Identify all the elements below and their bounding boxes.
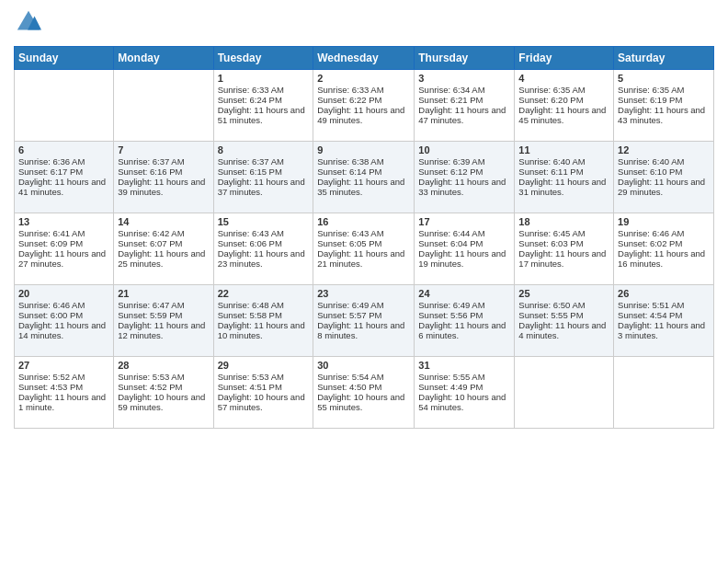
day-number: 30 [317,360,410,371]
sunrise-text: Sunrise: 5:52 AM [18,372,85,382]
day-number: 14 [118,216,209,227]
sunset-text: Sunset: 6:20 PM [518,95,583,105]
calendar-cell: 7Sunrise: 6:37 AMSunset: 6:16 PMDaylight… [114,142,213,213]
sunset-text: Sunset: 5:55 PM [518,310,583,320]
sunrise-text: Sunrise: 6:41 AM [18,228,85,238]
sunset-text: Sunset: 6:09 PM [18,238,83,248]
daylight-text: Daylight: 11 hours and 16 minutes. [618,248,705,269]
sunset-text: Sunset: 6:24 PM [218,95,282,105]
sunrise-text: Sunrise: 6:44 AM [418,228,484,238]
calendar-cell: 11Sunrise: 6:40 AMSunset: 6:11 PMDayligh… [515,142,614,213]
calendar-cell: 3Sunrise: 6:34 AMSunset: 6:21 PMDaylight… [415,70,515,142]
daylight-text: Daylight: 11 hours and 19 minutes. [418,248,506,269]
sunrise-text: Sunrise: 6:45 AM [518,228,585,238]
sunset-text: Sunset: 6:22 PM [317,95,381,105]
calendar-cell [614,357,714,429]
sunset-text: Sunset: 6:10 PM [618,167,682,177]
calendar-cell: 8Sunrise: 6:37 AMSunset: 6:15 PMDaylight… [213,142,313,213]
sunrise-text: Sunrise: 6:34 AM [418,85,484,95]
day-number: 29 [218,360,310,371]
day-number: 17 [418,216,510,227]
calendar-cell: 17Sunrise: 6:44 AMSunset: 6:04 PMDayligh… [415,213,515,285]
day-number: 18 [518,216,609,227]
daylight-text: Daylight: 11 hours and 8 minutes. [317,320,404,340]
sunrise-text: Sunrise: 6:46 AM [618,228,684,238]
sunset-text: Sunset: 5:57 PM [317,310,381,320]
calendar-cell [515,357,614,429]
calendar-week-row: 1Sunrise: 6:33 AMSunset: 6:24 PMDaylight… [15,70,714,142]
calendar-page: SundayMondayTuesdayWednesdayThursdayFrid… [0,0,728,563]
day-number: 27 [18,360,109,371]
day-header-monday: Monday [114,47,213,70]
daylight-text: Daylight: 11 hours and 51 minutes. [218,105,305,125]
sunset-text: Sunset: 4:52 PM [118,382,182,392]
sunrise-text: Sunrise: 6:39 AM [418,156,484,167]
day-number: 22 [218,288,310,299]
calendar-cell: 5Sunrise: 6:35 AMSunset: 6:19 PMDaylight… [614,70,714,142]
calendar-cell: 24Sunrise: 6:49 AMSunset: 5:56 PMDayligh… [415,285,515,357]
logo [14,9,45,39]
sunset-text: Sunset: 6:07 PM [118,238,182,248]
day-number: 19 [618,216,710,227]
sunrise-text: Sunrise: 5:55 AM [418,372,484,382]
sunset-text: Sunset: 6:06 PM [218,238,282,248]
day-number: 13 [18,216,109,227]
sunrise-text: Sunrise: 6:40 AM [618,156,684,167]
day-number: 25 [518,288,609,299]
sunset-text: Sunset: 6:02 PM [618,238,682,248]
calendar-cell: 12Sunrise: 6:40 AMSunset: 6:10 PMDayligh… [614,142,714,213]
calendar-cell: 14Sunrise: 6:42 AMSunset: 6:07 PMDayligh… [114,213,213,285]
day-number: 6 [18,144,109,155]
sunset-text: Sunset: 6:16 PM [118,167,182,177]
sunrise-text: Sunrise: 6:40 AM [518,156,585,167]
calendar-cell: 28Sunrise: 5:53 AMSunset: 4:52 PMDayligh… [114,357,213,429]
calendar-cell: 10Sunrise: 6:39 AMSunset: 6:12 PMDayligh… [415,142,515,213]
calendar-header-row: SundayMondayTuesdayWednesdayThursdayFrid… [15,47,714,70]
sunset-text: Sunset: 6:05 PM [317,238,381,248]
daylight-text: Daylight: 11 hours and 6 minutes. [418,320,506,340]
daylight-text: Daylight: 11 hours and 49 minutes. [317,105,404,125]
day-number: 15 [218,216,310,227]
sunrise-text: Sunrise: 5:54 AM [317,372,383,382]
sunset-text: Sunset: 4:49 PM [418,382,483,392]
day-header-thursday: Thursday [415,47,515,70]
calendar-cell: 15Sunrise: 6:43 AMSunset: 6:06 PMDayligh… [213,213,313,285]
calendar-week-row: 13Sunrise: 6:41 AMSunset: 6:09 PMDayligh… [15,213,714,285]
daylight-text: Daylight: 11 hours and 33 minutes. [418,177,506,197]
calendar-cell: 1Sunrise: 6:33 AMSunset: 6:24 PMDaylight… [213,70,313,142]
day-number: 12 [618,144,710,155]
day-header-wednesday: Wednesday [313,47,415,70]
daylight-text: Daylight: 10 hours and 57 minutes. [218,392,305,412]
sunrise-text: Sunrise: 6:33 AM [218,85,284,95]
sunset-text: Sunset: 6:19 PM [618,95,682,105]
day-number: 31 [418,360,510,371]
sunrise-text: Sunrise: 6:47 AM [118,300,184,310]
day-number: 26 [618,288,710,299]
sunrise-text: Sunrise: 6:50 AM [518,300,585,310]
sunrise-text: Sunrise: 6:38 AM [317,156,383,167]
daylight-text: Daylight: 11 hours and 35 minutes. [317,177,404,197]
daylight-text: Daylight: 11 hours and 29 minutes. [618,177,705,197]
calendar-cell [114,70,213,142]
sunrise-text: Sunrise: 6:37 AM [118,156,184,167]
sunset-text: Sunset: 6:00 PM [18,310,83,320]
calendar-cell: 21Sunrise: 6:47 AMSunset: 5:59 PMDayligh… [114,285,213,357]
daylight-text: Daylight: 11 hours and 43 minutes. [618,105,705,125]
sunrise-text: Sunrise: 6:42 AM [118,228,184,238]
sunset-text: Sunset: 6:04 PM [418,238,483,248]
calendar-cell: 18Sunrise: 6:45 AMSunset: 6:03 PMDayligh… [515,213,614,285]
calendar-cell: 23Sunrise: 6:49 AMSunset: 5:57 PMDayligh… [313,285,415,357]
sunrise-text: Sunrise: 6:46 AM [18,300,85,310]
sunset-text: Sunset: 5:56 PM [418,310,483,320]
sunset-text: Sunset: 6:21 PM [418,95,483,105]
day-header-tuesday: Tuesday [213,47,313,70]
daylight-text: Daylight: 11 hours and 31 minutes. [518,177,606,197]
calendar-cell: 22Sunrise: 6:48 AMSunset: 5:58 PMDayligh… [213,285,313,357]
calendar-cell: 31Sunrise: 5:55 AMSunset: 4:49 PMDayligh… [415,357,515,429]
day-number: 2 [317,73,410,84]
calendar-table: SundayMondayTuesdayWednesdayThursdayFrid… [14,46,714,429]
calendar-week-row: 20Sunrise: 6:46 AMSunset: 6:00 PMDayligh… [15,285,714,357]
sunset-text: Sunset: 6:17 PM [18,167,83,177]
sunrise-text: Sunrise: 6:35 AM [618,85,684,95]
sunrise-text: Sunrise: 6:36 AM [18,156,85,167]
